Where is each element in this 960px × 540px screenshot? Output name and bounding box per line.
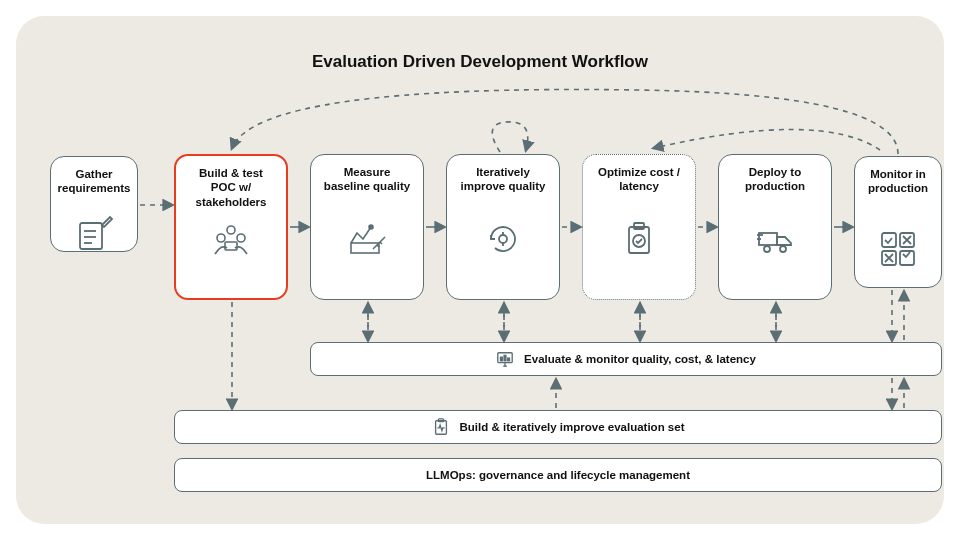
truck-icon: [755, 219, 795, 259]
stakeholders-icon: [211, 220, 251, 260]
diagram-canvas: Evaluation Driven Development Workflow G…: [16, 16, 944, 524]
svg-rect-12: [634, 223, 644, 229]
svg-rect-19: [882, 233, 896, 247]
stage-monitor: Monitor in production: [854, 156, 942, 288]
stage-label: Monitor in production: [865, 167, 931, 211]
band-label: Build & iteratively improve evaluation s…: [460, 421, 685, 433]
svg-rect-7: [225, 242, 237, 250]
svg-rect-28: [508, 358, 510, 361]
grid-check-icon: [878, 229, 918, 269]
stage-baseline: Measure baseline quality: [310, 154, 424, 300]
clipboard-check-icon: [619, 219, 659, 259]
stage-label: Iteratively improve quality: [457, 165, 549, 209]
svg-point-4: [227, 226, 235, 234]
stage-label: Deploy to production: [729, 165, 821, 209]
band-evaluate: Evaluate & monitor quality, cost, & late…: [310, 342, 942, 376]
stage-label: Gather requirements: [58, 167, 131, 211]
clipboard-pulse-icon: [432, 418, 450, 436]
chart-ruler-icon: [347, 219, 387, 259]
edit-doc-icon: [74, 215, 114, 255]
svg-rect-26: [501, 357, 503, 361]
svg-rect-0: [80, 223, 102, 249]
stage-poc: Build & test POC w/ stakeholders: [174, 154, 288, 300]
cycle-icon: [483, 219, 523, 259]
stage-improve: Iteratively improve quality: [446, 154, 560, 300]
svg-rect-27: [504, 355, 506, 360]
band-label: Evaluate & monitor quality, cost, & late…: [524, 353, 756, 365]
stage-gather: Gather requirements: [50, 156, 138, 252]
stage-optimize: Optimize cost / latency: [582, 154, 696, 300]
band-evalset: Build & iteratively improve evaluation s…: [174, 410, 942, 444]
stage-label: Optimize cost / latency: [593, 165, 685, 209]
svg-point-9: [369, 225, 373, 229]
svg-point-15: [764, 246, 770, 252]
diagram-title: Evaluation Driven Development Workflow: [16, 52, 944, 72]
svg-rect-11: [629, 227, 649, 253]
band-label: LLMOps: governance and lifecycle managem…: [426, 469, 690, 481]
monitor-chart-icon: [496, 350, 514, 368]
svg-point-5: [217, 234, 225, 242]
stage-deploy: Deploy to production: [718, 154, 832, 300]
stage-label: Measure baseline quality: [321, 165, 413, 209]
band-llmops: LLMOps: governance and lifecycle managem…: [174, 458, 942, 492]
stage-label: Build & test POC w/ stakeholders: [186, 166, 276, 210]
svg-point-6: [237, 234, 245, 242]
svg-point-16: [780, 246, 786, 252]
svg-point-10: [499, 235, 507, 243]
svg-rect-22: [900, 251, 914, 265]
